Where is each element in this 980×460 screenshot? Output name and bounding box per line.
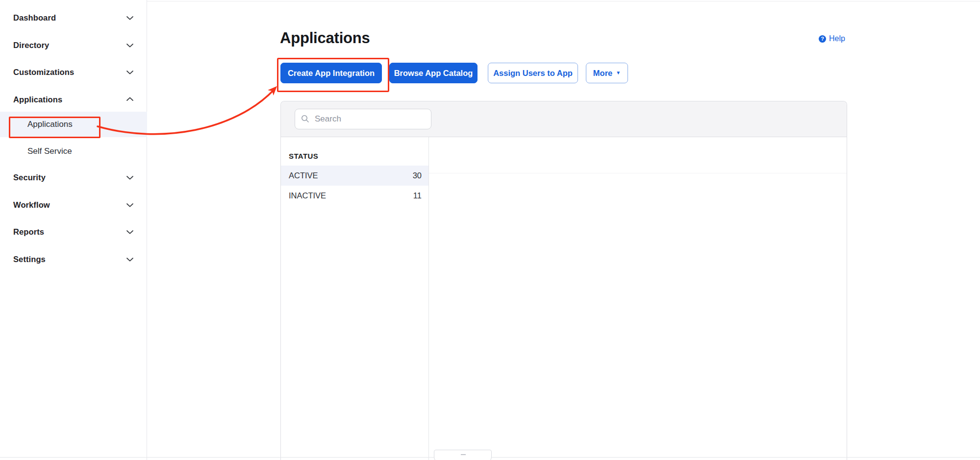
chevron-down-icon bbox=[126, 255, 133, 264]
help-icon: ? bbox=[819, 35, 826, 43]
sidebar-item-reports[interactable]: Reports bbox=[0, 225, 147, 238]
pill-dash-icon bbox=[461, 454, 466, 455]
help-link[interactable]: ? Help bbox=[819, 34, 845, 43]
panel-toolbar bbox=[281, 101, 847, 137]
sidebar-item-label: Dashboard bbox=[13, 13, 56, 23]
column-divider bbox=[428, 137, 429, 460]
sidebar-item-customizations[interactable]: Customizations bbox=[0, 66, 147, 78]
sidebar-item-label: Security bbox=[13, 173, 46, 182]
sidebar-subitem-applications[interactable]: Applications bbox=[0, 112, 147, 137]
assign-users-to-app-button[interactable]: Assign Users to App bbox=[488, 63, 578, 83]
chevron-down-icon bbox=[126, 41, 133, 49]
sidebar-item-directory[interactable]: Directory bbox=[0, 39, 147, 51]
browse-app-catalog-button[interactable]: Browse App Catalog bbox=[389, 63, 477, 83]
pagination-pill[interactable] bbox=[434, 450, 492, 460]
create-app-integration-button[interactable]: Create App Integration bbox=[280, 63, 382, 83]
help-label: Help bbox=[829, 34, 845, 43]
applications-panel: STATUS ACTIVE 30 INACTIVE 11 bbox=[280, 101, 847, 460]
sidebar-item-label: Settings bbox=[13, 255, 46, 264]
status-filter-count: 11 bbox=[413, 191, 422, 200]
status-filter-row-active[interactable]: ACTIVE 30 bbox=[281, 166, 428, 186]
more-button[interactable]: More ▼ bbox=[586, 63, 628, 83]
caret-down-icon: ▼ bbox=[616, 71, 621, 75]
chevron-down-icon bbox=[126, 13, 133, 22]
status-filter-row-inactive[interactable]: INACTIVE 11 bbox=[281, 186, 428, 206]
sidebar-subitem-label: Self Service bbox=[27, 146, 72, 156]
sidebar-item-workflow[interactable]: Workflow bbox=[0, 198, 147, 211]
more-button-label: More bbox=[593, 69, 612, 78]
panel-body: STATUS ACTIVE 30 INACTIVE 11 bbox=[281, 137, 847, 460]
chevron-down-icon bbox=[126, 200, 133, 209]
search-icon bbox=[301, 115, 309, 125]
sidebar-item-label: Applications bbox=[13, 95, 62, 104]
chevron-up-icon bbox=[126, 95, 133, 104]
status-filter-count: 30 bbox=[413, 171, 422, 180]
page-title: Applications bbox=[280, 29, 370, 47]
sidebar-subitem-label: Applications bbox=[27, 120, 73, 129]
sidebar-item-security[interactable]: Security bbox=[0, 171, 147, 184]
sidebar-item-label: Workflow bbox=[13, 200, 50, 210]
chevron-down-icon bbox=[126, 227, 133, 236]
sidebar-item-label: Directory bbox=[13, 41, 49, 50]
status-filter-label: ACTIVE bbox=[289, 171, 318, 180]
sidebar-item-applications[interactable]: Applications bbox=[0, 93, 147, 106]
chevron-down-icon bbox=[126, 68, 133, 76]
sidebar-subitem-self-service[interactable]: Self Service bbox=[0, 139, 147, 164]
admin-console-page: Dashboard Directory Customizations Appli… bbox=[0, 0, 980, 460]
status-filter-label: INACTIVE bbox=[289, 191, 326, 200]
sidebar-item-dashboard[interactable]: Dashboard bbox=[0, 11, 147, 24]
empty-table-row-line bbox=[429, 173, 847, 173]
sidebar-item-label: Reports bbox=[13, 227, 44, 237]
search-field-wrap bbox=[295, 109, 431, 129]
chevron-down-icon bbox=[126, 173, 133, 182]
status-filter-header: STATUS bbox=[289, 152, 318, 160]
sidebar-item-label: Customizations bbox=[13, 68, 74, 77]
sidebar: Dashboard Directory Customizations Appli… bbox=[0, 0, 147, 460]
sidebar-item-settings[interactable]: Settings bbox=[0, 253, 147, 266]
search-input[interactable] bbox=[295, 109, 431, 129]
